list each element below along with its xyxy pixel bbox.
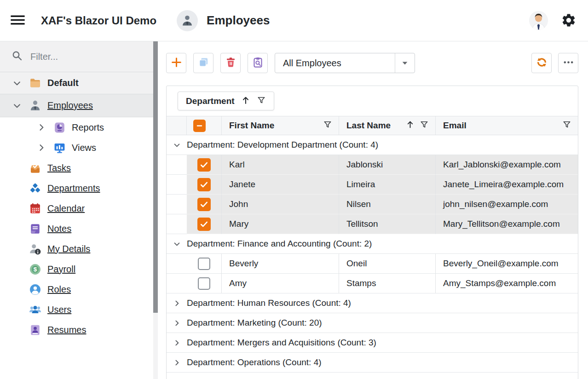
- email-cell[interactable]: Janete_Limeira@example.com: [436, 175, 578, 195]
- chevron-down-icon[interactable]: [167, 240, 187, 248]
- row-checkbox-unchecked[interactable]: [198, 258, 210, 270]
- chevron-right-icon[interactable]: [167, 299, 187, 307]
- chevron-right-icon[interactable]: [167, 359, 187, 367]
- employee-row[interactable]: BeverlyOneilBeverly_Oneil@example.com: [167, 254, 578, 274]
- delete-button[interactable]: [220, 53, 241, 73]
- sidebar-item-users[interactable]: Users: [0, 299, 158, 320]
- first-name-cell[interactable]: Amy: [222, 274, 339, 293]
- main-content: All Employees Department: [158, 41, 588, 379]
- chevron-right-icon[interactable]: [36, 142, 47, 153]
- page-title: Employees: [207, 13, 270, 28]
- row-checkbox-cell[interactable]: [187, 214, 222, 234]
- employee-row[interactable]: JaneteLimeiraJanete_Limeira@example.com: [167, 175, 578, 195]
- sidebar-item-default[interactable]: Default: [0, 72, 158, 94]
- sidebar-item-notes[interactable]: Notes: [0, 218, 158, 239]
- filter-icon[interactable]: [562, 120, 571, 132]
- select-all-checkbox-cell[interactable]: [187, 116, 222, 135]
- sidebar-filter-input[interactable]: [30, 52, 136, 62]
- row-checkbox-checked[interactable]: [197, 158, 211, 172]
- group-row[interactable]: Department: Finance and Accounting (Coun…: [167, 234, 578, 254]
- row-checkbox-cell[interactable]: [187, 155, 222, 175]
- group-row[interactable]: Department: Operations (Count: 4): [167, 353, 578, 373]
- last-name-cell[interactable]: Tellitson: [339, 214, 436, 234]
- sidebar-item-reports[interactable]: Reports: [0, 117, 158, 138]
- employees-grid: Department First Name: [166, 86, 578, 379]
- caret-down-icon[interactable]: [395, 53, 415, 73]
- group-chip-department[interactable]: Department: [178, 92, 274, 110]
- row-checkbox-unchecked[interactable]: [198, 277, 210, 290]
- group-row[interactable]: Department: Development Department (Coun…: [167, 135, 578, 155]
- first-name-cell[interactable]: Janete: [222, 175, 339, 195]
- sidebar-scrollbar-thumb[interactable]: [153, 41, 158, 313]
- column-label: Last Name: [346, 121, 391, 131]
- sidebar-item-views[interactable]: Views: [0, 138, 158, 158]
- settings-button[interactable]: [560, 12, 577, 29]
- column-header-first-name[interactable]: First Name: [222, 116, 339, 135]
- email-cell[interactable]: Amy_Stamps@example.com: [436, 274, 578, 293]
- chevron-down-icon[interactable]: [167, 141, 187, 149]
- more-options-button[interactable]: [558, 53, 578, 73]
- sidebar-item-my-details[interactable]: My Details: [0, 239, 158, 259]
- email-cell[interactable]: john_nilsen@example.com: [436, 195, 578, 214]
- email-cell[interactable]: Mary_Tellitson@example.com: [436, 214, 578, 234]
- row-checkbox-checked[interactable]: [197, 218, 211, 231]
- sidebar-item-calendar[interactable]: Calendar: [0, 198, 158, 218]
- sidebar-item-tasks[interactable]: Tasks: [0, 158, 158, 178]
- group-row[interactable]: Department: Human Resources (Count: 4): [167, 293, 578, 313]
- filter-icon[interactable]: [323, 120, 332, 132]
- email-cell[interactable]: Beverly_Oneil@example.com: [436, 254, 578, 274]
- first-name-cell[interactable]: Karl: [222, 155, 339, 175]
- sidebar-item-employees[interactable]: Employees: [0, 94, 158, 117]
- sidebar-item-label: Calendar: [47, 203, 85, 214]
- sidebar-item-departments[interactable]: Departments: [0, 178, 158, 198]
- column-header-last-name[interactable]: Last Name: [339, 116, 436, 135]
- last-name-cell[interactable]: Jablonski: [339, 155, 436, 175]
- group-row[interactable]: Department: Marketing (Count: 20): [167, 313, 578, 333]
- chevron-right-icon[interactable]: [167, 319, 187, 327]
- row-checkbox-cell[interactable]: [187, 274, 222, 293]
- last-name-cell[interactable]: Limeira: [339, 175, 436, 195]
- last-name-cell[interactable]: Stamps: [339, 274, 436, 293]
- sidebar-item-payroll[interactable]: $Payroll: [0, 259, 158, 279]
- chevron-down-icon[interactable]: [12, 100, 23, 111]
- employee-row[interactable]: AmyStampsAmy_Stamps@example.com: [167, 274, 578, 293]
- new-button[interactable]: [166, 53, 186, 73]
- sidebar-item-resumes[interactable]: Resumes: [0, 320, 158, 340]
- select-all-checkbox[interactable]: [193, 120, 206, 132]
- view-selector-dropdown[interactable]: All Employees: [275, 53, 415, 73]
- row-checkbox-cell[interactable]: [187, 254, 222, 274]
- email-cell[interactable]: Karl_Jablonski@example.com: [436, 155, 578, 175]
- filter-icon[interactable]: [257, 96, 266, 107]
- chevron-down-icon[interactable]: [12, 78, 23, 89]
- copy-button[interactable]: [193, 53, 213, 73]
- chevron-right-icon[interactable]: [167, 339, 187, 347]
- employee-row[interactable]: KarlJablonskiKarl_Jablonski@example.com: [167, 155, 578, 175]
- sidebar-scrollbar[interactable]: [153, 41, 158, 379]
- row-checkbox-checked[interactable]: [197, 198, 211, 211]
- menu-toggle-button[interactable]: [9, 12, 26, 29]
- first-name-cell[interactable]: John: [222, 195, 339, 214]
- group-row[interactable]: Department: Mergers and Acquisitions (Co…: [167, 333, 578, 353]
- filter-icon[interactable]: [420, 120, 429, 132]
- last-name-cell[interactable]: Nilsen: [339, 195, 436, 214]
- sidebar-item-label: Tasks: [47, 163, 71, 173]
- sidebar-item-roles[interactable]: Roles: [0, 279, 158, 299]
- row-checkbox-cell[interactable]: [187, 175, 222, 195]
- column-label: Email: [443, 121, 467, 131]
- chevron-placeholder: [12, 284, 23, 295]
- my-details-icon: [29, 243, 41, 255]
- employee-row[interactable]: JohnNilsenjohn_nilsen@example.com: [167, 195, 578, 214]
- first-name-cell[interactable]: Beverly: [222, 254, 339, 274]
- column-header-email[interactable]: Email: [436, 116, 578, 135]
- view-selector-value: All Employees: [275, 53, 395, 73]
- row-checkbox-checked[interactable]: [197, 178, 211, 191]
- user-avatar[interactable]: [529, 11, 548, 30]
- employee-row[interactable]: MaryTellitsonMary_Tellitson@example.com: [167, 214, 578, 234]
- chevron-right-icon[interactable]: [36, 122, 47, 133]
- validate-button[interactable]: [248, 53, 268, 73]
- first-name-cell[interactable]: Mary: [222, 214, 339, 234]
- sidebar-item-label: Payroll: [47, 264, 75, 275]
- refresh-button[interactable]: [531, 53, 552, 73]
- row-checkbox-cell[interactable]: [187, 195, 222, 214]
- last-name-cell[interactable]: Oneil: [339, 254, 436, 274]
